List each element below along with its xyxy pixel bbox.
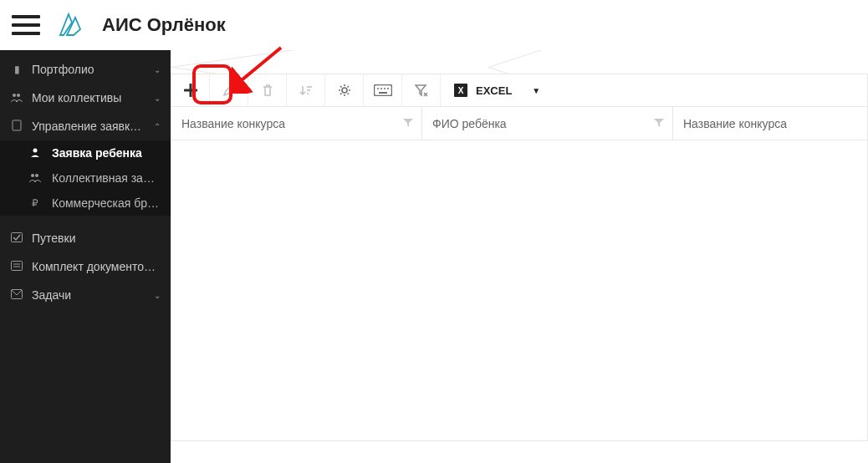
plus-icon — [184, 84, 197, 97]
filter-clear-icon — [415, 84, 428, 97]
svg-point-14 — [377, 88, 379, 89]
delete-button[interactable] — [248, 74, 287, 107]
svg-rect-7 — [12, 261, 23, 270]
app-title: АИС Орлёнок — [102, 14, 226, 36]
mail-icon — [10, 289, 23, 302]
gear-icon — [338, 84, 351, 97]
svg-rect-18 — [379, 92, 387, 94]
clear-filter-button[interactable] — [402, 74, 441, 107]
sidebar-item-child-application[interactable]: Заявка ребенка — [10, 140, 171, 165]
edit-button[interactable] — [210, 74, 248, 107]
user-icon — [28, 147, 42, 160]
column-label: Название конкурса — [181, 117, 285, 130]
sidebar-item-documents[interactable]: Комплект документо… — [0, 252, 171, 281]
svg-point-12 — [342, 88, 347, 93]
card-icon — [10, 261, 23, 273]
sidebar-item-commercial-booking[interactable]: ₽ Коммерческая бро… — [10, 191, 171, 216]
keyboard-button[interactable] — [364, 74, 402, 107]
chevron-down-icon: ⌄ — [154, 65, 161, 74]
svg-point-1 — [17, 94, 20, 97]
sidebar-item-label: Мои коллективы — [32, 91, 149, 104]
chevron-down-icon: ⌄ — [154, 291, 161, 300]
trash-icon — [261, 84, 274, 97]
keyboard-icon — [374, 84, 392, 96]
column-header-contest-name[interactable]: Название конкурса — [171, 107, 422, 140]
check-icon — [10, 232, 23, 245]
svg-point-0 — [13, 94, 16, 97]
sidebar-item-my-groups[interactable]: Мои коллективы ⌄ — [0, 84, 171, 112]
svg-point-3 — [33, 148, 38, 152]
svg-point-16 — [384, 88, 385, 89]
users-icon — [10, 92, 23, 104]
chevron-up-icon: ⌃ — [154, 122, 161, 131]
svg-point-5 — [35, 174, 38, 177]
svg-point-15 — [380, 88, 382, 89]
sidebar-item-label: Управление заявк… — [32, 120, 149, 133]
excel-icon: X — [454, 84, 467, 97]
filter-icon[interactable] — [403, 117, 413, 130]
caret-down-icon: ▼ — [532, 86, 540, 95]
sidebar-item-portfolio[interactable]: ▮ Портфолио ⌄ — [0, 55, 171, 84]
group-icon — [28, 172, 42, 185]
sidebar-item-group-application[interactable]: Коллективная зая… — [10, 165, 171, 191]
svg-rect-2 — [13, 120, 21, 130]
column-header-child-name[interactable]: ФИО ребёнка — [422, 107, 673, 140]
sidebar-item-label: Заявка ребенка — [52, 146, 161, 160]
sort-icon — [299, 84, 313, 97]
sidebar-item-label: Комплект документо… — [32, 260, 161, 273]
svg-rect-6 — [12, 232, 23, 242]
sidebar: ▮ Портфолио ⌄ Мои коллективы ⌄ Управлени… — [0, 50, 171, 463]
pencil-icon — [222, 84, 236, 97]
ruble-icon: ₽ — [28, 197, 42, 209]
sidebar-item-label: Путевки — [32, 232, 161, 245]
sidebar-item-applications[interactable]: Управление заявк… ⌃ — [0, 112, 171, 140]
svg-point-4 — [31, 174, 34, 177]
sidebar-item-label: Коммерческая бро… — [52, 196, 161, 210]
chevron-down-icon: ⌄ — [154, 94, 161, 103]
app-logo — [55, 11, 87, 39]
sidebar-item-vouchers[interactable]: Путевки — [0, 224, 171, 252]
column-label: ФИО ребёнка — [432, 117, 507, 130]
sidebar-item-label: Портфолио — [32, 63, 149, 76]
export-label: EXCEL — [476, 84, 512, 97]
sidebar-item-label: Задачи — [32, 288, 149, 302]
export-excel-dropdown[interactable]: X EXCEL ▼ — [441, 74, 554, 107]
sidebar-item-tasks[interactable]: Задачи ⌄ — [0, 281, 171, 309]
settings-button[interactable] — [325, 74, 364, 107]
filter-icon[interactable] — [654, 117, 664, 130]
grid-body — [171, 140, 868, 441]
menu-toggle[interactable] — [12, 13, 40, 37]
grid-header: Название конкурса ФИО ребёнка Название к… — [171, 107, 868, 140]
main-content: X EXCEL ▼ Название конкурса ФИО ребёнка … — [171, 50, 868, 463]
add-button[interactable] — [171, 74, 210, 107]
column-label: Название конкурса — [683, 117, 787, 130]
toolbar: X EXCEL ▼ — [171, 74, 868, 107]
column-header-contest-name-2[interactable]: Название конкурса — [673, 107, 867, 140]
sort-button[interactable] — [287, 74, 325, 107]
document-icon — [10, 120, 23, 134]
sidebar-item-label: Коллективная зая… — [52, 171, 161, 185]
sidebar-subgroup-applications: Заявка ребенка Коллективная зая… ₽ Комме… — [0, 140, 171, 216]
svg-rect-13 — [374, 85, 391, 96]
briefcase-icon: ▮ — [10, 64, 23, 75]
svg-point-17 — [387, 88, 389, 89]
